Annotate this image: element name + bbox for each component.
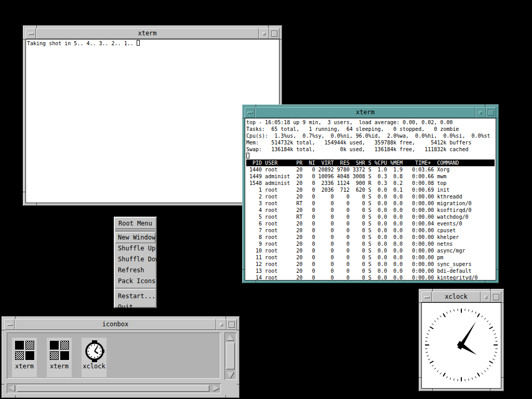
titlebar[interactable]: xterm [245, 107, 496, 118]
minimize-button[interactable] [216, 319, 227, 330]
frame-resize-notch[interactable] [36, 203, 37, 206]
terminal-content[interactable]: Taking shot in 5.. 4.. 3.. 2.. 1.. [25, 39, 280, 203]
window-title: xterm [255, 107, 475, 118]
window-menu-button[interactable] [25, 28, 36, 39]
window-menu-button[interactable] [245, 107, 255, 118]
process-table-row: 2 root 20 0 0 0 0 S 0.0 0.0 0:00.00 kthr… [246, 193, 495, 200]
titlebar[interactable]: xterm [25, 28, 280, 39]
menu-item-shuffle-up[interactable]: Shuffle Up [115, 243, 155, 254]
frame-resize-notch[interactable] [15, 395, 16, 398]
frame-resize-notch[interactable] [242, 269, 245, 270]
frame-resize-notch[interactable] [432, 389, 433, 391]
frame-resize-notch[interactable] [501, 377, 504, 378]
minimize-button[interactable] [475, 107, 486, 118]
scroll-left-arrow-icon[interactable] [8, 385, 15, 391]
xclock-window: xclock [419, 289, 504, 391]
root-menu: Root Menu New WindowShuffle UpShuffle Do… [114, 217, 157, 308]
menu-item-restart[interactable]: Restart... [115, 291, 155, 302]
process-table-row: 1449 administ 20 0 10096 4048 3008 S 0.3… [246, 173, 495, 180]
iconified-window-xterm[interactable]: xterm [47, 338, 72, 377]
iconified-window-xterm[interactable]: xterm [12, 338, 37, 377]
frame-resize-notch[interactable] [2, 384, 4, 384]
icon-label: xclock [83, 363, 105, 370]
terminal-line [246, 153, 495, 159]
frame-resize-notch[interactable] [225, 395, 226, 398]
vertical-scroll-thumb[interactable] [226, 342, 235, 369]
xclock-icon [84, 340, 104, 361]
frame-resize-notch[interactable] [419, 377, 421, 378]
menu-title-separator [115, 229, 155, 231]
frame-resize-notch[interactable] [496, 118, 499, 118]
maximize-icon [271, 31, 277, 37]
process-table-row: 3 root RT 0 0 0 0 S 0.0 0.0 0:00.00 migr… [246, 200, 495, 207]
maximize-button[interactable] [227, 319, 237, 330]
frame-resize-notch[interactable] [15, 316, 16, 319]
frame-resize-notch[interactable] [225, 316, 226, 319]
titlebar[interactable]: xclock [421, 291, 501, 302]
frame-resize-notch[interactable] [501, 302, 504, 303]
desktop: { "theme": { "desktop_bg": "#000000", "i… [0, 0, 532, 399]
window-menu-icon [247, 112, 253, 114]
frame-resize-notch[interactable] [256, 104, 256, 107]
window-title: iconbox [15, 319, 216, 330]
analog-clock [422, 303, 501, 389]
terminal-line: Swap: 136184k total, 0k used, 136184k fr… [246, 146, 495, 153]
menu-item-pack-icons[interactable]: Pack Icons [115, 276, 155, 287]
frame-resize-notch[interactable] [419, 302, 421, 303]
maximize-icon [229, 322, 235, 328]
frame-resize-notch[interactable] [256, 281, 256, 283]
maximize-button[interactable] [269, 28, 280, 39]
frame-resize-notch[interactable] [237, 384, 240, 384]
frame-resize-notch[interactable] [2, 330, 4, 330]
menu-separator [115, 288, 155, 290]
vertical-scrollbar[interactable] [224, 332, 236, 380]
iconified-window-xclock[interactable]: xclock [82, 338, 107, 377]
menu-item-new-window[interactable]: New Window [115, 232, 155, 243]
menu-item-quit[interactable]: Quit... [115, 302, 155, 313]
frame-resize-notch[interactable] [490, 389, 490, 391]
frame-resize-notch[interactable] [23, 39, 25, 39]
frame-resize-notch[interactable] [490, 289, 490, 291]
xterm-icon [49, 340, 69, 361]
scroll-right-arrow-icon[interactable] [213, 385, 219, 391]
xterm-top-window: xterm top - 16:05:18 up 9 min, 3 users, … [242, 104, 499, 283]
window-menu-button[interactable] [4, 319, 15, 330]
process-table-header: PID USER PR NI VIRT RES SHR S %CPU %MEM … [246, 159, 495, 166]
scroll-down-arrow-icon[interactable] [227, 372, 234, 378]
text-cursor [137, 40, 140, 46]
text-cursor [246, 153, 249, 158]
process-table-row: 8 root 20 0 0 0 0 S 0.0 0.0 0:00.00 khel… [246, 234, 495, 241]
frame-resize-notch[interactable] [36, 25, 37, 28]
horizontal-scrollbar[interactable] [7, 383, 221, 393]
frame-resize-notch[interactable] [242, 118, 245, 118]
clock-svg [422, 303, 501, 388]
top-terminal-content[interactable]: top - 16:05:18 up 9 min, 3 users, load a… [245, 118, 496, 281]
frame-resize-notch[interactable] [485, 281, 485, 283]
icon-label: xterm [50, 363, 69, 370]
frame-resize-notch[interactable] [23, 192, 25, 192]
frame-resize-notch[interactable] [485, 104, 485, 107]
frame-resize-notch[interactable] [268, 25, 269, 28]
maximize-button[interactable] [486, 107, 496, 118]
process-table-row: 12 root 20 0 0 0 0 S 0.0 0.0 0:00.00 syn… [246, 261, 495, 268]
window-menu-icon [28, 33, 34, 35]
terminal-line: Tasks: 65 total, 1 running, 64 sleeping,… [246, 126, 495, 132]
frame-resize-notch[interactable] [496, 269, 499, 270]
menu-item-refresh[interactable]: Refresh [115, 265, 155, 276]
process-table-row: 10 root 20 0 0 0 0 S 0.0 0.0 0:00.00 asy… [246, 247, 495, 254]
minimize-button[interactable] [259, 28, 269, 39]
maximize-icon [493, 294, 499, 300]
minimize-icon [262, 32, 265, 35]
horizontal-scroll-thumb[interactable] [17, 385, 209, 392]
process-table-row: 1548 administ 20 0 2336 1124 900 R 0.3 0… [246, 180, 495, 187]
titlebar[interactable]: iconbox [4, 319, 237, 330]
scroll-up-arrow-icon[interactable] [227, 334, 234, 340]
minimize-icon [220, 323, 223, 326]
minimize-button[interactable] [481, 291, 491, 302]
menu-item-shuffle-down[interactable]: Shuffle Down [115, 254, 155, 265]
window-menu-button[interactable] [421, 291, 432, 302]
maximize-button[interactable] [491, 291, 501, 302]
frame-resize-notch[interactable] [237, 330, 240, 330]
frame-resize-notch[interactable] [432, 289, 433, 291]
frame-resize-notch[interactable] [280, 39, 282, 39]
